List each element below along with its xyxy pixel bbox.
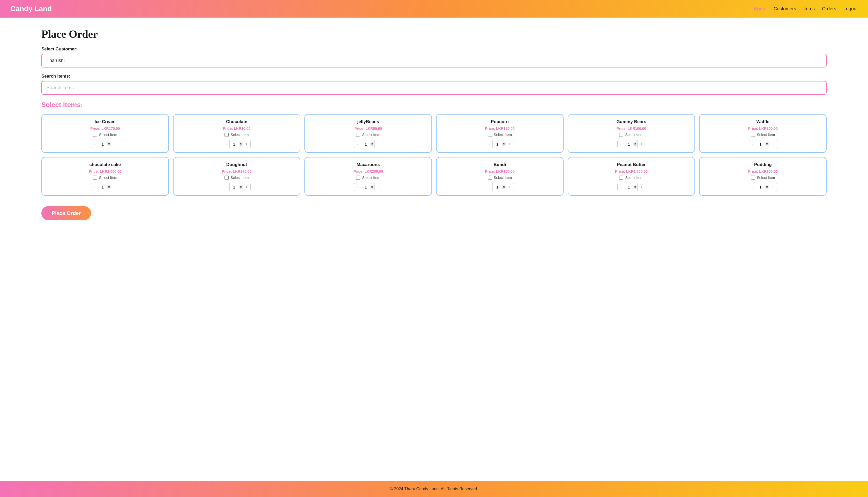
qty-minus-6[interactable]: -: [91, 183, 98, 191]
qty-minus-10[interactable]: -: [618, 183, 624, 191]
item-select-row-1: Select Item: [225, 133, 248, 137]
item-card-9: Bundi Price: LKR100.00 Select Item - +: [436, 157, 564, 196]
customer-input[interactable]: [41, 54, 827, 68]
item-name-3: Popcorn: [491, 119, 509, 124]
item-checkbox-7[interactable]: [225, 175, 229, 180]
qty-input-5[interactable]: [756, 141, 769, 147]
item-price-0: Price: LKR170.00: [90, 126, 120, 131]
item-checkbox-2[interactable]: [356, 133, 360, 137]
item-price-1: Price: LKR10.00: [223, 126, 251, 131]
item-checkbox-11[interactable]: [751, 175, 755, 180]
qty-input-2[interactable]: [361, 141, 374, 147]
search-input[interactable]: [41, 81, 827, 95]
item-select-row-3: Select Item: [488, 133, 512, 137]
item-checkbox-10[interactable]: [619, 175, 623, 180]
qty-minus-5[interactable]: -: [749, 140, 756, 148]
items-grid: Ice Cream Price: LKR170.00 Select Item -…: [41, 114, 827, 196]
qty-input-11[interactable]: [756, 184, 769, 190]
item-price-10: Price: LKR1,800.00: [615, 169, 648, 173]
qty-input-10[interactable]: [624, 184, 637, 190]
item-card-0: Ice Cream Price: LKR170.00 Select Item -…: [41, 114, 169, 153]
item-select-label-7: Select Item: [230, 175, 248, 180]
qty-input-3[interactable]: [493, 141, 506, 147]
item-select-label-3: Select Item: [494, 133, 512, 137]
qty-plus-4[interactable]: +: [637, 140, 645, 148]
qty-plus-3[interactable]: +: [506, 140, 513, 148]
qty-minus-2[interactable]: -: [354, 140, 361, 148]
qty-plus-11[interactable]: +: [769, 183, 777, 191]
item-checkbox-5[interactable]: [751, 133, 755, 137]
qty-control-9: - +: [486, 183, 514, 191]
item-checkbox-6[interactable]: [93, 175, 97, 180]
qty-control-8: - +: [354, 183, 382, 191]
qty-plus-1[interactable]: +: [243, 140, 250, 148]
item-name-2: jellyBeans: [357, 119, 379, 124]
qty-plus-2[interactable]: +: [374, 140, 382, 148]
item-card-6: chocolate cake Price: LKR2,000.00 Select…: [41, 157, 169, 196]
page-title: Place Order: [41, 28, 827, 40]
qty-plus-5[interactable]: +: [769, 140, 777, 148]
item-name-5: Waffle: [756, 119, 769, 124]
item-name-10: Peanut Butter: [617, 162, 645, 167]
qty-plus-9[interactable]: +: [506, 183, 513, 191]
main-content: Place Order Select Customer: Search Item…: [0, 18, 868, 481]
item-card-7: Doughnut Price: LKR180.00 Select Item - …: [173, 157, 301, 196]
item-name-8: Macaroons: [357, 162, 380, 167]
item-select-label-5: Select Item: [757, 133, 775, 137]
nav-item-items[interactable]: Items: [803, 6, 815, 12]
item-select-row-5: Select Item: [751, 133, 775, 137]
item-checkbox-4[interactable]: [619, 133, 623, 137]
item-price-8: Price: LKR200.00: [353, 169, 383, 173]
item-select-row-7: Select Item: [225, 175, 248, 180]
nav-item-orders[interactable]: Orders: [822, 6, 836, 12]
header: Candy Land HomeCustomersItemsOrdersLogou…: [0, 0, 868, 18]
item-checkbox-8[interactable]: [356, 175, 360, 180]
qty-plus-6[interactable]: +: [111, 183, 119, 191]
qty-input-7[interactable]: [230, 184, 243, 190]
qty-input-1[interactable]: [230, 141, 243, 147]
item-price-9: Price: LKR100.00: [485, 169, 514, 173]
qty-minus-3[interactable]: -: [486, 140, 493, 148]
item-price-3: Price: LKR150.00: [485, 126, 514, 131]
qty-plus-10[interactable]: +: [637, 183, 645, 191]
qty-plus-0[interactable]: +: [111, 140, 119, 148]
qty-minus-1[interactable]: -: [223, 140, 230, 148]
item-card-2: jellyBeans Price: LKR50.00 Select Item -…: [304, 114, 432, 153]
item-checkbox-3[interactable]: [488, 133, 492, 137]
item-select-label-11: Select Item: [757, 175, 775, 180]
item-select-label-8: Select Item: [362, 175, 380, 180]
qty-minus-8[interactable]: -: [354, 183, 361, 191]
qty-minus-9[interactable]: -: [486, 183, 493, 191]
item-checkbox-9[interactable]: [488, 175, 492, 180]
qty-minus-7[interactable]: -: [223, 183, 230, 191]
qty-minus-11[interactable]: -: [749, 183, 756, 191]
item-card-11: Pudding Price: LKR300.00 Select Item - +: [699, 157, 827, 196]
qty-input-6[interactable]: [98, 184, 111, 190]
qty-input-0[interactable]: [98, 141, 111, 147]
item-card-10: Peanut Butter Price: LKR1,800.00 Select …: [568, 157, 695, 196]
item-card-5: Waffle Price: LKR300.00 Select Item - +: [699, 114, 827, 153]
nav-item-home[interactable]: Home: [754, 6, 766, 12]
item-select-row-4: Select Item: [619, 133, 643, 137]
select-customer-label: Select Customer:: [41, 46, 827, 52]
qty-input-9[interactable]: [493, 184, 506, 190]
qty-input-8[interactable]: [361, 184, 374, 190]
qty-plus-8[interactable]: +: [374, 183, 382, 191]
search-items-label: Search Items:: [41, 74, 827, 79]
qty-control-2: - +: [354, 140, 382, 148]
item-select-row-6: Select Item: [93, 175, 117, 180]
qty-plus-7[interactable]: +: [243, 183, 250, 191]
nav-item-customers[interactable]: Customers: [773, 6, 796, 12]
qty-input-4[interactable]: [624, 141, 637, 147]
item-price-11: Price: LKR300.00: [748, 169, 778, 173]
item-price-5: Price: LKR300.00: [748, 126, 778, 131]
place-order-button[interactable]: Place Order: [41, 206, 91, 220]
qty-control-0: - +: [91, 140, 119, 148]
item-checkbox-0[interactable]: [93, 133, 97, 137]
nav-item-logout[interactable]: Logout: [843, 6, 858, 12]
item-checkbox-1[interactable]: [225, 133, 229, 137]
qty-control-11: - +: [749, 183, 777, 191]
qty-minus-4[interactable]: -: [618, 140, 624, 148]
qty-minus-0[interactable]: -: [91, 140, 98, 148]
item-price-2: Price: LKR50.00: [354, 126, 382, 131]
